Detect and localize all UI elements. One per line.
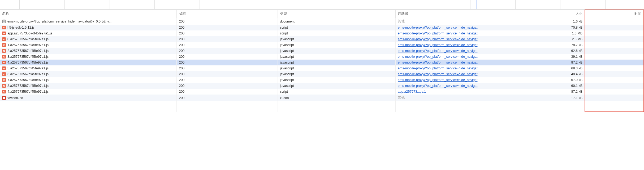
initiator-link[interactable]: ems-mobile-proxy/?op_platform_service=hi… — [398, 61, 478, 64]
time-cell — [585, 54, 644, 60]
status-cell: 200 — [177, 65, 278, 71]
table-row[interactable]: JS6.a257573567df45fe97a1.js200javascript… — [0, 71, 644, 77]
initiator-cell: ems-mobile-proxy/?op_platform_service=hi… — [395, 77, 526, 83]
initiator-cell: ems-mobile-proxy/?op_platform_service=hi… — [395, 25, 526, 30]
initiator-cell: ems-mobile-proxy/?op_platform_service=hi… — [395, 60, 526, 65]
time-cell — [585, 89, 644, 95]
initiator-link[interactable]: ems-mobile-proxy/?op_platform_service=hi… — [398, 78, 478, 82]
request-name: 7.a257573567df45fe97a1.js — [7, 78, 49, 82]
status-cell: 200 — [177, 83, 278, 89]
request-name: 4.a257573567df45fe97a1.js — [7, 61, 49, 64]
request-name: 5.a257573567df45fe97a1.js — [7, 66, 49, 70]
table-row[interactable]: ems-mobile-proxy/?op_platform_service=hi… — [0, 18, 644, 25]
time-cell — [585, 77, 644, 83]
header-time[interactable]: 时间 — [585, 10, 644, 18]
waterfall-tick — [110, 0, 110, 9]
size-cell: 39.1 kB — [526, 54, 585, 60]
header-initiator[interactable]: 启动器 — [395, 10, 526, 18]
script-icon: JS — [2, 55, 6, 59]
header-type[interactable]: 类型 — [278, 10, 396, 18]
type-cell: javascript — [278, 48, 396, 54]
status-cell: 200 — [177, 71, 278, 77]
type-cell: x-icon — [278, 95, 396, 101]
table-row[interactable]: JSh5-js-sdk-1.5.12.js200scriptems-mobile… — [0, 25, 644, 30]
table-row[interactable]: JS4.a257573567df45fe97a1.js200scriptapp.… — [0, 89, 644, 95]
time-cell — [585, 71, 644, 77]
header-status[interactable]: 状态 — [177, 10, 278, 18]
type-cell: javascript — [278, 60, 396, 65]
request-name: 2.a257573567df45fe97a1.js — [7, 49, 49, 53]
initiator-link[interactable]: ems-mobile-proxy/?op_platform_service=hi… — [398, 37, 478, 41]
initiator-other: 其他 — [398, 96, 405, 100]
initiator-other: 其他 — [398, 19, 405, 23]
size-cell: 87.2 kB — [526, 60, 585, 65]
size-cell: 60.1 kB — [526, 83, 585, 89]
waterfall-overview[interactable] — [0, 0, 644, 10]
request-name: 3.a257573567df45fe97a1.js — [7, 55, 49, 59]
initiator-link[interactable]: ems-mobile-proxy/?op_platform_service=hi… — [398, 66, 478, 70]
initiator-link[interactable]: app.a257573....js:1 — [398, 90, 426, 93]
type-cell: javascript — [278, 77, 396, 83]
request-name: 1.a257573567df45fe97a1.js — [7, 43, 49, 47]
size-cell: 1.6 kB — [526, 18, 585, 25]
script-icon: JS — [2, 61, 6, 64]
initiator-link[interactable]: ems-mobile-proxy/?op_platform_service=hi… — [398, 32, 478, 35]
time-cell — [585, 95, 644, 101]
initiator-link[interactable]: ems-mobile-proxy/?op_platform_service=hi… — [398, 43, 478, 47]
time-cell — [585, 30, 644, 36]
time-cell — [585, 25, 644, 30]
initiator-cell: ems-mobile-proxy/?op_platform_service=hi… — [395, 71, 526, 77]
script-icon: JS — [2, 78, 6, 82]
table-row[interactable]: JSapp.a257573567df45fe97a1.js200scriptem… — [0, 30, 644, 36]
time-cell — [585, 18, 644, 25]
header-name[interactable]: 名称 — [0, 10, 177, 18]
status-cell: 200 — [177, 54, 278, 60]
type-cell: javascript — [278, 36, 396, 42]
type-cell: document — [278, 18, 396, 25]
type-cell: script — [278, 89, 396, 95]
script-icon: JS — [2, 26, 6, 29]
table-row[interactable]: JS0.a257573567df45fe97a1.js200javascript… — [0, 36, 644, 42]
initiator-link[interactable]: ems-mobile-proxy/?op_platform_service=hi… — [398, 84, 478, 88]
waterfall-tick — [515, 0, 516, 9]
table-row[interactable]: favicon.ico200x-icon其他17.1 kB — [0, 95, 644, 101]
waterfall-tick — [19, 0, 20, 9]
table-row[interactable]: JS1.a257573567df45fe97a1.js200javascript… — [0, 42, 644, 48]
favicon-icon — [2, 96, 6, 100]
table-row[interactable]: JS5.a257573567df45fe97a1.js200javascript… — [0, 65, 644, 71]
initiator-cell: app.a257573....js:1 — [395, 89, 526, 95]
time-cell — [585, 65, 644, 71]
table-row[interactable]: JS8.a257573567df45fe97a1.js200javascript… — [0, 83, 644, 89]
initiator-cell: 其他 — [395, 18, 526, 25]
domcontentloaded-line — [477, 0, 477, 9]
status-cell: 200 — [177, 89, 278, 95]
script-icon: JS — [2, 49, 6, 53]
initiator-link[interactable]: ems-mobile-proxy/?op_platform_service=hi… — [398, 72, 478, 76]
type-cell: javascript — [278, 83, 396, 89]
initiator-cell: ems-mobile-proxy/?op_platform_service=hi… — [395, 36, 526, 42]
status-cell: 200 — [177, 77, 278, 83]
initiator-link[interactable]: ems-mobile-proxy/?op_platform_service=hi… — [398, 49, 478, 53]
initiator-cell: ems-mobile-proxy/?op_platform_service=hi… — [395, 83, 526, 89]
request-name: ems-mobile-proxy/?op_platform_service=hi… — [7, 20, 111, 23]
script-icon: JS — [2, 32, 6, 35]
time-cell — [585, 36, 644, 42]
status-cell: 200 — [177, 60, 278, 65]
size-cell: 17.1 kB — [526, 95, 585, 101]
header-size[interactable]: 大小 — [526, 10, 585, 18]
initiator-link[interactable]: ems-mobile-proxy/?op_platform_service=hi… — [398, 55, 478, 59]
svg-rect-5 — [3, 97, 5, 99]
size-cell: 48.4 kB — [526, 71, 585, 77]
request-name: 6.a257573567df45fe97a1.js — [7, 72, 49, 76]
table-row[interactable]: JS2.a257573567df45fe97a1.js200javascript… — [0, 48, 644, 54]
initiator-link[interactable]: ems-mobile-proxy/?op_platform_service=hi… — [398, 26, 478, 29]
script-icon: JS — [2, 84, 6, 88]
size-cell: 78.7 kB — [526, 42, 585, 48]
table-row[interactable]: JS7.a257573567df45fe97a1.js200javascript… — [0, 77, 644, 83]
table-row[interactable]: JS4.a257573567df45fe97a1.js200javascript… — [0, 60, 644, 65]
script-icon: JS — [2, 72, 6, 76]
waterfall-tick — [380, 0, 380, 9]
time-cell — [585, 83, 644, 89]
table-row[interactable]: JS3.a257573567df45fe97a1.js200javascript… — [0, 54, 644, 60]
time-cell — [585, 42, 644, 48]
